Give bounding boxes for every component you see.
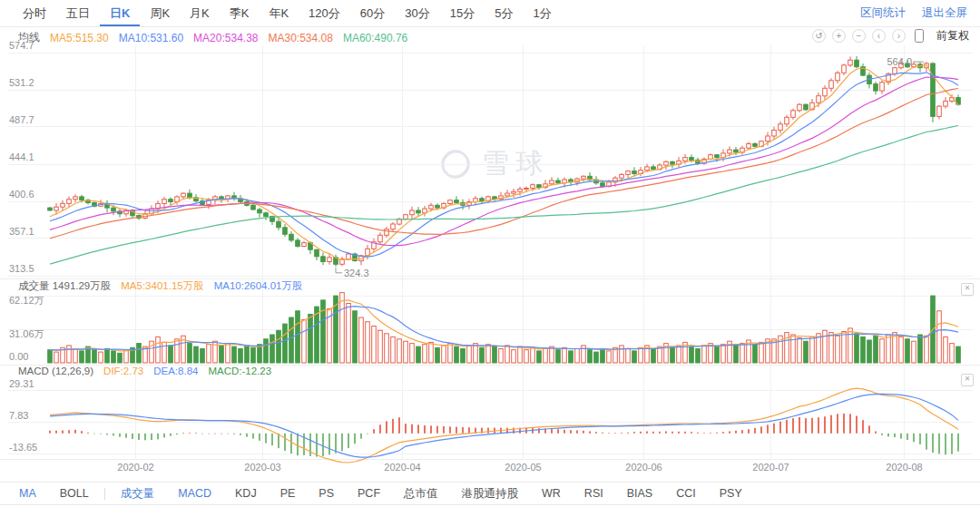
range-stats-link[interactable]: 区间统计 bbox=[860, 5, 906, 21]
period-tab-周K[interactable]: 周K bbox=[140, 0, 180, 26]
toolbar-links: 区间统计 退出全屏 bbox=[844, 5, 967, 21]
chart-control-icons: ↺+−‹› bbox=[812, 29, 926, 43]
volume-value-label: 成交量 1491.29万股 bbox=[18, 279, 111, 293]
period-tab-分时[interactable]: 分时 bbox=[13, 0, 56, 26]
ma-legend-item: MA20:534.38 bbox=[193, 32, 258, 44]
price-axis-tick: 444.1 bbox=[9, 151, 34, 162]
indicator-tab-BIAS[interactable]: BIAS bbox=[615, 483, 665, 504]
volume-axis-tick: 62.12万 bbox=[9, 295, 44, 306]
indicator-tab-总市值[interactable]: 总市值 bbox=[392, 483, 450, 504]
close-volume-pane-icon[interactable]: ✕ bbox=[961, 283, 974, 296]
indicator-tab-MACD[interactable]: MACD bbox=[166, 483, 223, 504]
macd-dif-line bbox=[50, 388, 958, 463]
price-axis-tick: 357.1 bbox=[9, 226, 34, 237]
macd-dea-line bbox=[50, 394, 958, 457]
indicator-tab-RSI[interactable]: RSI bbox=[573, 483, 615, 504]
candle-bodies bbox=[48, 60, 961, 264]
indicator-tab-成交量[interactable]: 成交量 bbox=[109, 483, 167, 504]
volume-legend: 成交量 1491.29万股 MA5:3401.15万股 MA10:2604.01… bbox=[18, 279, 303, 293]
indicator-tab-WR[interactable]: WR bbox=[530, 483, 573, 504]
chart-controls: ↺+−‹› 前复权 bbox=[812, 28, 969, 44]
x-axis-label: 2020-06 bbox=[625, 462, 662, 473]
price-axis-tick: 487.7 bbox=[9, 114, 34, 125]
close-macd-pane-icon[interactable]: ✕ bbox=[961, 374, 974, 386]
x-axis-label: 2020-03 bbox=[244, 462, 280, 473]
pan-right-icon[interactable]: › bbox=[892, 29, 906, 43]
macd-title-label: MACD (12,26,9) bbox=[18, 366, 93, 376]
tab-group-divider bbox=[104, 488, 105, 500]
volume-ma5-label: MA5:3401.15万股 bbox=[121, 279, 203, 293]
volume-axis-tick: 31.06万 bbox=[9, 328, 44, 339]
period-tab-五日[interactable]: 五日 bbox=[56, 0, 100, 26]
volume-ma10-label: MA10:2604.01万股 bbox=[214, 279, 303, 293]
ma-legend-item: MA5:515.30 bbox=[50, 32, 109, 44]
period-tab-15分[interactable]: 15分 bbox=[440, 0, 485, 26]
x-axis-label: 2020-04 bbox=[384, 462, 420, 473]
period-tab-月K[interactable]: 月K bbox=[180, 0, 220, 26]
price-ma-legend: 均线 MA5:515.30MA10:531.60MA20:534.38MA30:… bbox=[18, 30, 407, 45]
price-axis-tick: 400.6 bbox=[9, 189, 34, 200]
indicator-tab-PE[interactable]: PE bbox=[269, 483, 308, 504]
macd-legend: MACD (12,26,9) DIF:2.73 DEA:8.84 MACD:-1… bbox=[18, 366, 271, 376]
macd-axis-tick: -13.65 bbox=[9, 442, 37, 453]
x-axis-label: 2020-02 bbox=[117, 462, 153, 473]
indicator-tab-MA[interactable]: MA bbox=[7, 483, 48, 504]
ma-legend-item: MA60:490.76 bbox=[343, 32, 407, 44]
adjust-mode-label[interactable]: 前复权 bbox=[936, 28, 969, 44]
price-axis-tick: 313.5 bbox=[9, 263, 34, 274]
ma-legend-item: MA30:534.08 bbox=[269, 32, 333, 44]
macd-value-label: MACD:-12.23 bbox=[208, 366, 271, 376]
price-ma60-line bbox=[50, 126, 958, 265]
x-axis-label: 2020-08 bbox=[886, 462, 922, 473]
macd-dif-label: DIF:2.73 bbox=[103, 366, 143, 376]
volume-axis-tick: 0.00 bbox=[9, 351, 28, 362]
chart-plot-area[interactable]: 574.7531.2487.7444.1400.6357.1313.562.12… bbox=[0, 0, 980, 481]
screenshot-icon[interactable] bbox=[915, 29, 924, 43]
volume-bars bbox=[48, 293, 961, 363]
period-tab-5分[interactable]: 5分 bbox=[485, 0, 523, 26]
zoom-in-icon[interactable]: + bbox=[832, 29, 846, 43]
candle-wicks bbox=[50, 56, 958, 267]
indicator-tabbar: MABOLL成交量MACDKDJPEPSPCF总市值港股通持股WRRSIBIAS… bbox=[0, 482, 980, 505]
indicator-tab-PS[interactable]: PS bbox=[307, 483, 346, 504]
indicator-tab-KDJ[interactable]: KDJ bbox=[223, 483, 269, 504]
price-ma5-line bbox=[50, 65, 958, 260]
stock-chart-app: 分时五日日K周K月K季K年K120分60分30分15分5分1分 区间统计 退出全… bbox=[0, 0, 980, 517]
period-tab-日K[interactable]: 日K bbox=[100, 0, 140, 26]
low-price-label: 324.3 bbox=[344, 268, 369, 278]
zoom-out-icon[interactable]: − bbox=[852, 29, 866, 43]
indicator-tab-港股通持股[interactable]: 港股通持股 bbox=[450, 483, 531, 504]
volume-ma10-line bbox=[50, 307, 958, 350]
ma-legend-label: 均线 bbox=[18, 30, 40, 45]
macd-axis-tick: 29.31 bbox=[9, 378, 34, 389]
high-price-label: 564.0 bbox=[887, 56, 912, 67]
indicator-tab-PSY[interactable]: PSY bbox=[708, 483, 754, 504]
period-tabs: 分时五日日K周K月K季K年K120分60分30分15分5分1分 bbox=[13, 0, 562, 26]
volume-ma5-line bbox=[50, 300, 958, 351]
period-tab-30分[interactable]: 30分 bbox=[395, 0, 439, 26]
macd-axis-tick: 7.83 bbox=[9, 410, 28, 421]
x-axis-label: 2020-05 bbox=[505, 462, 541, 473]
ma-legend-item: MA10:531.60 bbox=[119, 32, 183, 44]
period-tab-年K[interactable]: 年K bbox=[259, 0, 299, 26]
indicator-tab-BOLL[interactable]: BOLL bbox=[48, 483, 101, 504]
price-ma30-line bbox=[50, 89, 958, 239]
low-annotation-line bbox=[336, 268, 342, 273]
period-tab-1分[interactable]: 1分 bbox=[523, 0, 561, 26]
reset-zoom-icon[interactable]: ↺ bbox=[812, 29, 826, 43]
macd-dea-label: DEA:8.84 bbox=[153, 366, 198, 376]
price-axis-tick: 531.2 bbox=[9, 77, 34, 88]
period-tab-60分[interactable]: 60分 bbox=[350, 0, 395, 26]
period-tab-季K[interactable]: 季K bbox=[220, 0, 260, 26]
x-axis-label: 2020-07 bbox=[752, 462, 789, 473]
period-tab-120分[interactable]: 120分 bbox=[299, 0, 350, 26]
period-tabbar: 分时五日日K周K月K季K年K120分60分30分15分5分1分 区间统计 退出全… bbox=[0, 0, 980, 27]
indicator-tab-CCI[interactable]: CCI bbox=[664, 483, 708, 504]
exit-fullscreen-link[interactable]: 退出全屏 bbox=[922, 5, 967, 21]
pan-left-icon[interactable]: ‹ bbox=[872, 29, 886, 43]
indicator-tab-PCF[interactable]: PCF bbox=[346, 483, 392, 504]
